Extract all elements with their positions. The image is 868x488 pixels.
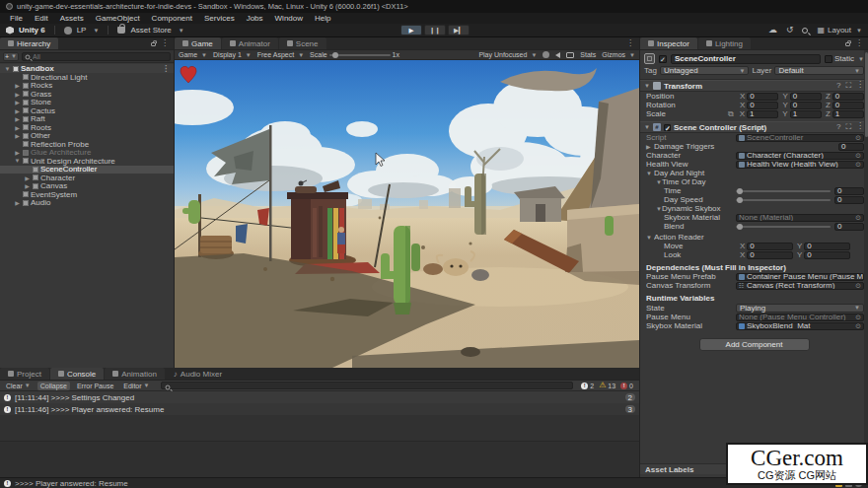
transform-header[interactable]: ▼ Transform ?⛶⋮ xyxy=(640,80,868,92)
layout-dropdown[interactable]: ▦ Layout ▼ xyxy=(817,26,862,35)
object-picker-icon[interactable]: ⊙ xyxy=(855,152,861,159)
scale-slider-knob[interactable] xyxy=(332,52,338,58)
asset-store-button[interactable]: Asset Store xyxy=(130,26,171,35)
tree-row[interactable]: EventSystem xyxy=(0,190,174,199)
component-enabled-checkbox[interactable]: ✓ xyxy=(664,124,671,131)
tree-row[interactable]: Directional Light xyxy=(0,73,174,82)
collapse-button[interactable]: Collapse xyxy=(37,382,70,390)
aspect-dropdown[interactable]: Free Aspect▼ xyxy=(257,51,304,58)
tab-animator[interactable]: Animator xyxy=(222,37,278,49)
create-object-button[interactable]: +▼ xyxy=(3,52,19,61)
search-icon[interactable] xyxy=(802,28,808,34)
static-checkbox[interactable]: ✓ xyxy=(825,55,832,63)
foldout-icon[interactable]: ▶ xyxy=(14,107,21,114)
static-toggle[interactable]: ✓ Static ▼ xyxy=(825,54,864,63)
foldout-icon[interactable]: ▼ xyxy=(14,158,21,164)
tab-scene[interactable]: Scene xyxy=(279,37,326,49)
play-focus-dropdown[interactable]: Play Unfocused▼ xyxy=(478,51,537,58)
list-size-field[interactable]: 0 xyxy=(838,143,864,151)
component-menu-icon[interactable]: ⋮ xyxy=(856,81,864,91)
scrollbar-thumb[interactable] xyxy=(865,52,868,137)
object-picker-icon[interactable]: ⊙ xyxy=(855,161,861,168)
look-x-field[interactable]: 0 xyxy=(747,251,793,259)
action-reader-foldout[interactable]: ▼Action Reader xyxy=(640,233,868,242)
tree-row-scene[interactable]: ▼Sandbox⋮ xyxy=(0,64,174,73)
editor-dropdown[interactable]: Editor▼ xyxy=(120,382,152,390)
state-dropdown[interactable]: Playing▼ xyxy=(736,304,864,313)
scale-z-field[interactable]: 1 xyxy=(832,110,864,118)
object-picker-icon[interactable]: ⊙ xyxy=(855,322,861,329)
foldout-icon[interactable]: ▶ xyxy=(14,99,21,105)
foldout-icon[interactable]: ▶ xyxy=(14,199,21,206)
foldout-icon[interactable]: ▶ xyxy=(14,132,21,139)
tree-row[interactable]: ▶Raft xyxy=(0,115,174,124)
lock-icon[interactable] xyxy=(845,42,850,46)
error-pause-button[interactable]: Error Pause xyxy=(74,382,116,390)
pause-button[interactable]: ❙❙ xyxy=(424,25,446,35)
rotation-z-field[interactable]: 0 xyxy=(832,102,864,109)
tree-row[interactable]: ▶Character xyxy=(0,174,174,182)
tab-hierarchy[interactable]: Hierarchy xyxy=(0,37,58,49)
time-of-day-foldout[interactable]: ▼Time Of Day xyxy=(640,177,868,186)
menu-edit[interactable]: Edit xyxy=(29,14,54,23)
name-field[interactable]: SceneController xyxy=(671,54,821,64)
tree-row-disabled[interactable]: ▶Glue Architecture xyxy=(0,149,174,158)
display-dropdown[interactable]: Display 1▼ xyxy=(213,51,252,58)
position-y-field[interactable]: 0 xyxy=(790,93,822,101)
lock-icon[interactable] xyxy=(151,42,156,46)
foldout-icon[interactable]: ▶ xyxy=(14,149,21,156)
component-menu-icon[interactable]: ⋮ xyxy=(856,122,864,132)
hierarchy-search-input[interactable] xyxy=(22,52,171,61)
game-viewport[interactable] xyxy=(175,60,639,368)
tab-inspector[interactable]: Inspector xyxy=(640,37,697,49)
foldout-icon[interactable]: ▶ xyxy=(24,182,31,189)
tree-row[interactable]: ▶Canvas xyxy=(0,182,174,191)
dynamic-skybox-foldout[interactable]: ▼Dynamic Skybox xyxy=(640,204,868,213)
error-count-toggle[interactable]: !0 xyxy=(620,383,633,389)
tree-row-selected[interactable]: SceneController xyxy=(0,166,174,174)
script-object-field[interactable]: SceneController⊙ xyxy=(736,134,864,142)
scene-menu-icon[interactable]: ⋮ xyxy=(162,65,174,73)
metrics-icon[interactable] xyxy=(566,52,574,58)
help-icon[interactable]: ? xyxy=(836,81,840,91)
rotation-x-field[interactable]: 0 xyxy=(747,102,778,109)
layer-dropdown[interactable]: Default▼ xyxy=(774,66,864,75)
menu-component[interactable]: Component xyxy=(146,14,198,23)
object-picker-icon[interactable]: ⊙ xyxy=(855,282,861,289)
play-button[interactable]: ▶ xyxy=(400,25,422,35)
damage-triggers-row[interactable]: ▶ Damage Triggers 0 xyxy=(640,142,868,151)
tab-lighting[interactable]: Lighting xyxy=(698,37,751,49)
tree-row[interactable]: ▶Audio xyxy=(0,199,174,208)
menu-jobs[interactable]: Jobs xyxy=(241,14,269,23)
canvas-transform-object-field[interactable]: ☷Canvas (Rect Transform)⊙ xyxy=(736,282,864,290)
tree-row[interactable]: ▶Grass xyxy=(0,90,174,99)
character-object-field[interactable]: Character (Character)⊙ xyxy=(736,152,864,160)
panel-menu-icon[interactable]: ⋮ xyxy=(626,39,634,47)
tree-row[interactable]: ▶Roots xyxy=(0,123,174,132)
pause-menu-prefab-object-field[interactable]: Container Pause Menu (Pause Menu Control… xyxy=(736,273,864,281)
stats-button[interactable]: Stats xyxy=(580,51,596,58)
position-x-field[interactable]: 0 xyxy=(747,93,778,101)
active-checkbox[interactable]: ✓ xyxy=(659,55,667,63)
scale-slider-track[interactable] xyxy=(329,54,391,56)
status-message[interactable]: >>>> Player answered: Resume xyxy=(15,479,128,488)
blend-value-field[interactable]: 0 xyxy=(834,223,864,231)
scene-controller-header[interactable]: ▼# ✓ Scene Controller (Script) ?⛶⋮ xyxy=(640,121,868,133)
foldout-icon[interactable]: ▼ xyxy=(4,66,11,72)
tab-audio-mixer[interactable]: ♪Audio Mixer xyxy=(166,368,230,380)
day-speed-value-field[interactable]: 0 xyxy=(834,196,864,204)
pause-menu-object-field[interactable]: None (Pause Menu Controller)⊙ xyxy=(736,314,864,321)
time-value-field[interactable]: 0 xyxy=(834,187,864,195)
inspector-scrollbar[interactable] xyxy=(864,50,868,477)
menu-file[interactable]: File xyxy=(4,14,29,23)
clear-button[interactable]: Clear▼ xyxy=(3,382,34,390)
log-entry[interactable]: ! [11:11:44] >>>> Settings Changed 2 xyxy=(0,391,639,403)
info-count-toggle[interactable]: !2 xyxy=(581,383,594,389)
tree-row[interactable]: ▼Unit Design Architecture xyxy=(0,157,174,166)
day-and-night-foldout[interactable]: ▼Day And Night xyxy=(640,169,868,177)
mute-audio-icon[interactable] xyxy=(555,52,560,58)
vsync-icon[interactable] xyxy=(542,51,549,58)
scale-slider[interactable]: Scale 1x xyxy=(310,51,399,58)
menu-services[interactable]: Services xyxy=(198,14,241,23)
foldout-icon[interactable]: ▶ xyxy=(14,115,21,122)
